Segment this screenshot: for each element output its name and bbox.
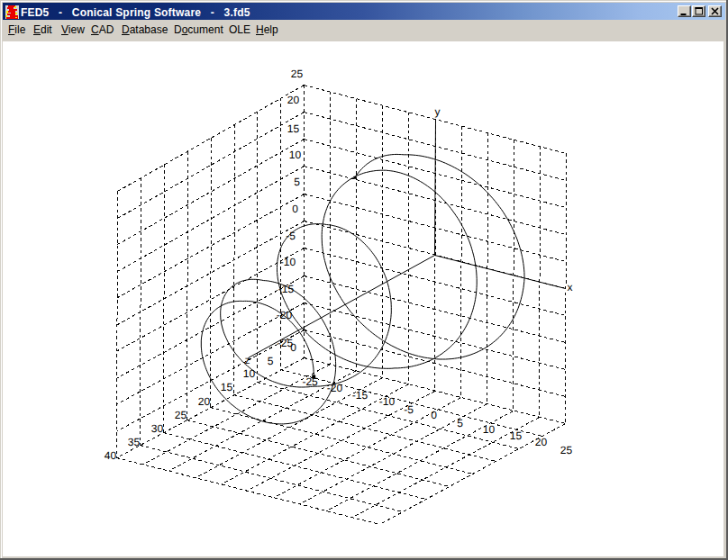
svg-text:25: 25 (175, 409, 187, 421)
svg-text:z: z (245, 354, 250, 366)
svg-text:-25: -25 (302, 375, 318, 388)
svg-text:-5: -5 (286, 230, 296, 242)
svg-text:25: 25 (291, 68, 304, 80)
svg-text:5: 5 (268, 355, 274, 367)
svg-text:-20: -20 (277, 309, 293, 321)
svg-text:20: 20 (535, 436, 548, 448)
svg-text:-15: -15 (352, 389, 369, 402)
svg-text:15: 15 (287, 122, 300, 135)
svg-text:5: 5 (457, 417, 463, 429)
svg-text:0: 0 (292, 203, 298, 215)
svg-text:0: 0 (290, 341, 296, 354)
svg-text:-20: -20 (327, 382, 343, 394)
svg-text:x: x (568, 281, 573, 294)
svg-text:40: 40 (105, 449, 117, 462)
svg-text:25: 25 (560, 444, 573, 456)
svg-text:20: 20 (287, 94, 300, 106)
svg-text:5: 5 (294, 176, 300, 188)
svg-text:15: 15 (510, 429, 523, 442)
svg-text:-5: -5 (404, 403, 414, 416)
svg-text:0: 0 (431, 409, 437, 421)
svg-text:30: 30 (151, 422, 164, 435)
svg-text:10: 10 (243, 367, 256, 380)
svg-text:10: 10 (289, 149, 302, 161)
svg-text:35: 35 (128, 436, 141, 448)
svg-text:-10: -10 (280, 256, 296, 268)
svg-text:15: 15 (221, 381, 233, 393)
svg-text:-10: -10 (379, 395, 396, 408)
svg-text:y: y (435, 105, 441, 118)
svg-text:-15: -15 (278, 283, 295, 295)
svg-text:10: 10 (483, 423, 496, 436)
svg-text:20: 20 (198, 395, 211, 408)
